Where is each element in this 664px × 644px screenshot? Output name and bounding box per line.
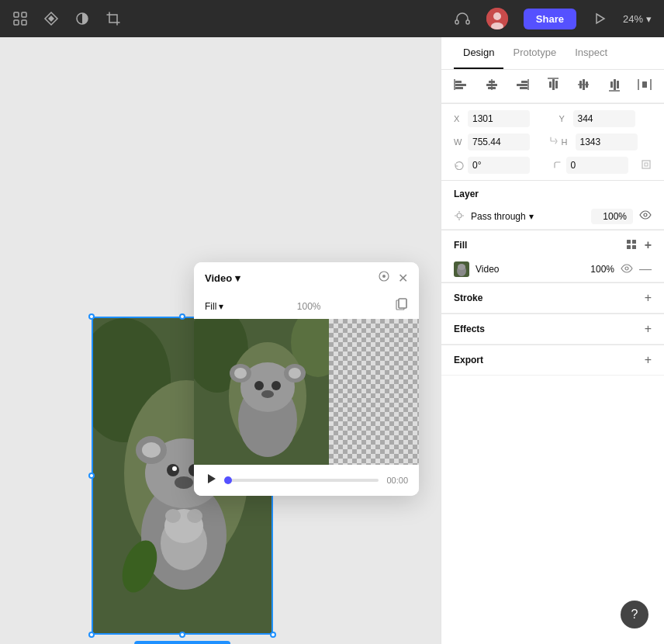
svg-point-92 [458,264,465,270]
svg-rect-78 [642,161,650,168]
blend-mode-dropdown[interactable]: Pass through ▾ [471,211,534,222]
crop-icon[interactable] [105,11,121,26]
video-preview [194,319,419,465]
handle-br[interactable] [270,632,276,638]
export-label: Export [454,355,483,365]
video-controls: 00:00 [194,465,419,496]
rotation-group [454,157,540,174]
align-right-icon[interactable] [515,78,529,95]
corner-expand-icon[interactable] [641,159,652,172]
corner-input[interactable] [566,157,628,174]
progress-thumb[interactable] [224,476,232,484]
component-icon[interactable] [43,11,59,26]
distribute-icon[interactable] [638,78,652,95]
export-section[interactable]: Export + [441,345,664,376]
progress-bar[interactable] [225,479,379,482]
effects-section[interactable]: Effects + [441,314,664,345]
fill-button[interactable]: Fill ▾ [205,301,223,312]
corner-radius-icon [552,160,563,171]
svg-rect-1 [22,12,26,17]
svg-rect-5 [455,20,458,24]
svg-point-29 [187,509,202,523]
stroke-add-icon[interactable]: + [645,291,652,305]
contrast-icon[interactable] [74,11,90,26]
canvas-item-label: 755.44 × 1343 · Video [134,641,230,644]
reset-icon[interactable] [378,270,390,286]
zoom-control[interactable]: 24% ▾ [623,13,652,25]
svg-rect-0 [14,12,19,17]
video-header-icons: ✕ [378,270,408,286]
align-top-icon[interactable] [546,78,560,95]
rotation-input[interactable] [468,157,530,174]
constrain-icon[interactable] [548,136,559,149]
h-input[interactable] [576,133,638,151]
video-title[interactable]: Video ▾ [205,272,240,284]
layer-visibility-icon[interactable] [639,209,652,224]
clip-icon[interactable] [394,298,408,314]
play-button[interactable] [205,473,217,488]
rotation-icon [454,160,465,171]
svg-rect-64 [552,79,555,90]
svg-point-25 [175,476,193,489]
svg-marker-50 [208,474,216,483]
play-icon[interactable] [592,11,607,26]
headphone-icon[interactable] [454,10,471,27]
align-center-v-icon[interactable] [576,78,590,95]
w-input[interactable] [468,133,530,151]
svg-rect-65 [555,81,558,88]
fill-item-name: Video [476,264,577,275]
layer-label: Layer [454,189,479,199]
svg-point-28 [165,509,181,523]
effects-add-icon[interactable]: + [645,322,652,336]
handle-tm[interactable] [179,313,185,320]
x-group: X [454,110,547,127]
svg-point-85 [644,213,647,216]
checker-pattern [329,319,419,465]
x-label: X [454,114,465,123]
handle-bm[interactable] [179,632,185,638]
main-layout: 755.44 × 1343 · Video Video ▾ ✕ [0,37,664,644]
align-center-h-icon[interactable] [485,78,499,95]
align-bottom-icon[interactable] [607,78,621,95]
layer-row: Pass through ▾ [441,204,664,230]
fill-remove-icon[interactable]: — [639,262,652,276]
svg-rect-63 [549,81,552,88]
svg-rect-89 [632,245,636,249]
svg-rect-71 [610,81,613,88]
export-add-icon[interactable]: + [645,353,652,367]
svg-rect-86 [627,240,631,244]
layer-opacity-input[interactable] [591,209,633,224]
canvas[interactable]: 755.44 × 1343 · Video Video ▾ ✕ [0,37,441,644]
x-input[interactable] [468,110,530,127]
fill-visibility-icon[interactable] [621,262,633,277]
video-popup: Video ▾ ✕ Fill ▾ [194,262,419,496]
layer-left: Pass through ▾ [454,210,534,223]
tab-prototype[interactable]: Prototype [503,37,565,69]
handle-bl[interactable] [88,632,95,638]
svg-rect-35 [399,299,406,308]
fill-add-icon[interactable]: + [645,238,652,252]
select-icon[interactable] [12,11,28,26]
svg-point-93 [625,267,628,270]
stroke-section[interactable]: Stroke + [441,283,664,313]
svg-rect-2 [14,20,19,25]
handle-tl[interactable] [88,313,95,320]
svg-point-48 [271,381,281,390]
rotation-row [441,154,664,180]
avatar[interactable] [486,8,508,29]
handle-ml[interactable] [88,473,95,479]
svg-rect-77 [642,81,647,88]
close-icon[interactable]: ✕ [398,271,408,286]
fill-section-header: Fill + [441,230,664,257]
panel-tabs: Design Prototype Inspect [441,37,664,70]
share-button[interactable]: Share [524,9,576,29]
tab-inspect[interactable]: Inspect [565,37,617,69]
y-input[interactable] [573,110,635,127]
fill-thumbnail[interactable] [454,261,469,277]
fill-grid-icon[interactable] [626,239,637,252]
help-button[interactable]: ? [621,601,648,628]
tab-design[interactable]: Design [454,37,503,69]
align-left-icon[interactable] [454,78,468,95]
svg-rect-88 [627,245,631,249]
svg-rect-72 [614,79,616,90]
